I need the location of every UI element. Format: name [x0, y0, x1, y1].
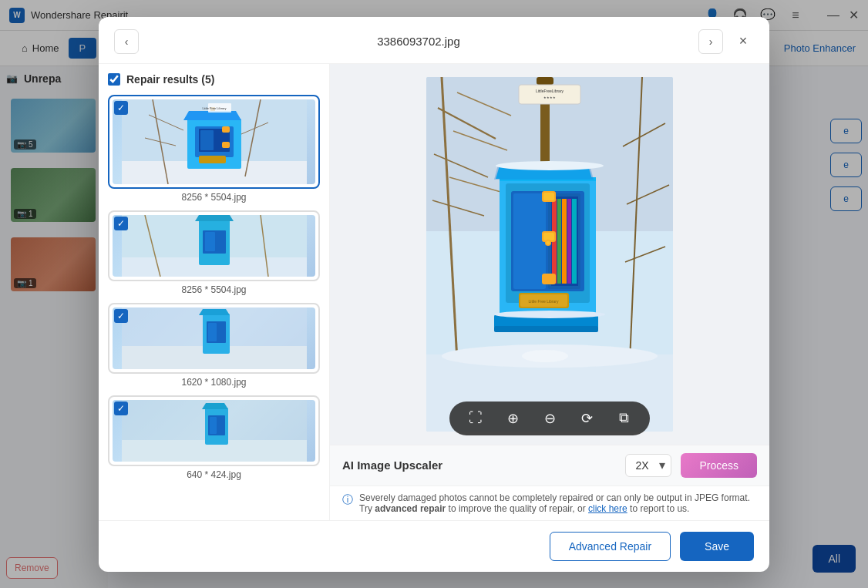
- modal-body: Repair results (5) ✓: [99, 64, 769, 520]
- list-item-3-filename: 1620 * 1080.jpg: [108, 377, 320, 388]
- svg-point-87: [496, 161, 604, 170]
- process-button[interactable]: Process: [681, 453, 757, 478]
- thumb-svg-1: Little Free Library: [122, 99, 307, 184]
- svg-rect-55: [519, 85, 580, 104]
- thumb-svg-4: [122, 400, 307, 462]
- ai-upscaler-bar: AI Image Upscaler 2X 4X Process: [330, 445, 769, 486]
- check-icon-2: ✓: [117, 218, 125, 229]
- rotate-icon: ⟳: [581, 410, 593, 427]
- zoom-out-button[interactable]: ⊖: [539, 408, 560, 429]
- svg-text:★★★★: ★★★★: [543, 96, 556, 99]
- fullscreen-icon: ⛶: [469, 410, 483, 426]
- zoom-in-icon: ⊕: [507, 410, 519, 427]
- list-item-1[interactable]: ✓: [108, 95, 320, 203]
- list-item-4-image: [113, 400, 315, 462]
- preview-panel: LittleFreeLibrary ★★★★: [330, 64, 769, 520]
- svg-rect-76: [543, 233, 554, 240]
- modal-dialog: ‹ 3386093702.jpg › × Repair re: [99, 17, 769, 572]
- chevron-left-icon: ‹: [125, 35, 129, 48]
- image-toolbar: ⛶ ⊕ ⊖ ⟳ ⧉: [449, 402, 650, 435]
- svg-rect-71: [567, 199, 571, 284]
- list-item-4[interactable]: ✓: [108, 395, 320, 480]
- list-item-4-checkbox[interactable]: ✓: [114, 402, 128, 415]
- fullscreen-button[interactable]: ⛶: [465, 408, 486, 429]
- modal-header: ‹ 3386093702.jpg › ×: [99, 17, 769, 64]
- click-here-link[interactable]: click here: [588, 503, 627, 514]
- svg-rect-24: [205, 232, 215, 251]
- list-item-1-filename: 8256 * 5504.jpg: [108, 192, 320, 203]
- svg-rect-15: [222, 142, 230, 148]
- svg-text:LittleFreeLibrary: LittleFreeLibrary: [536, 89, 564, 93]
- svg-rect-54: [537, 77, 553, 85]
- list-item-3-checkbox[interactable]: ✓: [114, 309, 128, 323]
- thumb-svg-3: [122, 307, 307, 369]
- svg-point-60: [522, 350, 568, 362]
- upscale-select[interactable]: 2X 4X: [625, 454, 671, 477]
- svg-text:Little Free Library: Little Free Library: [202, 106, 226, 110]
- warning-text: Severely damaged photos cannot be comple…: [359, 492, 757, 514]
- chevron-right-icon: ›: [709, 35, 713, 48]
- check-icon-1: ✓: [117, 102, 125, 113]
- warning-text-after: to report to us.: [627, 503, 690, 514]
- list-item-2-checkbox[interactable]: ✓: [114, 217, 128, 230]
- list-item-4-wrap: ✓: [108, 395, 320, 466]
- warning-text-middle: to improve the quality of repair, or: [446, 503, 588, 514]
- list-item-2-image: [113, 215, 315, 277]
- svg-rect-69: [557, 199, 561, 284]
- modal-overlay: ‹ 3386093702.jpg › × Repair re: [0, 0, 868, 588]
- svg-rect-16: [199, 156, 226, 163]
- copy-button[interactable]: ⧉: [613, 408, 634, 429]
- svg-rect-32: [208, 323, 217, 341]
- next-button[interactable]: ›: [698, 29, 723, 54]
- save-button[interactable]: Save: [680, 532, 754, 561]
- repair-results-header: Repair results (5): [108, 73, 320, 86]
- list-item-2-wrap: ✓: [108, 210, 320, 281]
- warning-bar: ⓘ Severely damaged photos cannot be comp…: [330, 486, 769, 520]
- check-icon-3: ✓: [117, 311, 125, 321]
- select-all-checkbox[interactable]: [108, 73, 120, 86]
- svg-marker-33: [199, 309, 230, 315]
- list-item-1-checkbox[interactable]: ✓: [114, 101, 128, 115]
- svg-point-88: [494, 311, 605, 318]
- close-icon: ×: [739, 33, 748, 49]
- svg-rect-14: [222, 126, 230, 133]
- copy-icon: ⧉: [619, 410, 629, 426]
- prev-button[interactable]: ‹: [114, 29, 139, 54]
- svg-rect-38: [210, 417, 217, 434]
- upscale-select-wrap: 2X 4X: [625, 454, 671, 477]
- app-window: W Wondershare Repairit 👤 🎧 💬 ≡ — ✕ ⌂ Hom…: [0, 0, 868, 588]
- list-item-3[interactable]: ✓: [108, 303, 320, 388]
- svg-point-84: [547, 240, 550, 244]
- main-preview-image: LittleFreeLibrary ★★★★: [426, 77, 673, 432]
- zoom-in-button[interactable]: ⊕: [502, 408, 523, 429]
- svg-rect-70: [562, 199, 567, 284]
- close-modal-button[interactable]: ×: [732, 31, 754, 52]
- list-item-1-image: Little Free Library: [113, 99, 315, 184]
- image-preview-area: LittleFreeLibrary ★★★★: [330, 64, 769, 445]
- svg-rect-72: [572, 199, 577, 284]
- info-icon: ⓘ: [342, 493, 353, 507]
- svg-rect-77: [542, 274, 556, 284]
- svg-marker-25: [195, 215, 234, 221]
- list-item-3-wrap: ✓: [108, 303, 320, 374]
- list-item-3-image: [113, 307, 315, 369]
- ai-upscaler-label: AI Image Upscaler: [342, 459, 442, 472]
- rotate-button[interactable]: ⟳: [576, 408, 597, 429]
- svg-rect-86: [494, 326, 598, 332]
- svg-marker-39: [202, 403, 228, 409]
- svg-rect-65: [513, 193, 546, 289]
- list-item-2-filename: 8256 * 5504.jpg: [108, 284, 320, 295]
- modal-title: 3386093702.jpg: [377, 35, 460, 48]
- modal-footer: Advanced Repair Save: [99, 520, 769, 572]
- list-item-2[interactable]: ✓: [108, 210, 320, 295]
- repair-results-list: Repair results (5) ✓: [99, 64, 330, 520]
- svg-rect-12: [200, 130, 214, 150]
- thumb-svg-2: [122, 215, 307, 277]
- advanced-repair-button[interactable]: Advanced Repair: [550, 532, 671, 561]
- advanced-repair-link[interactable]: advanced repair: [375, 503, 446, 514]
- repair-results-label: Repair results (5): [126, 73, 214, 86]
- zoom-out-icon: ⊖: [544, 410, 556, 427]
- list-item-4-filename: 640 * 424.jpg: [108, 469, 320, 480]
- check-icon-4: ✓: [117, 403, 125, 414]
- svg-rect-74: [543, 193, 554, 200]
